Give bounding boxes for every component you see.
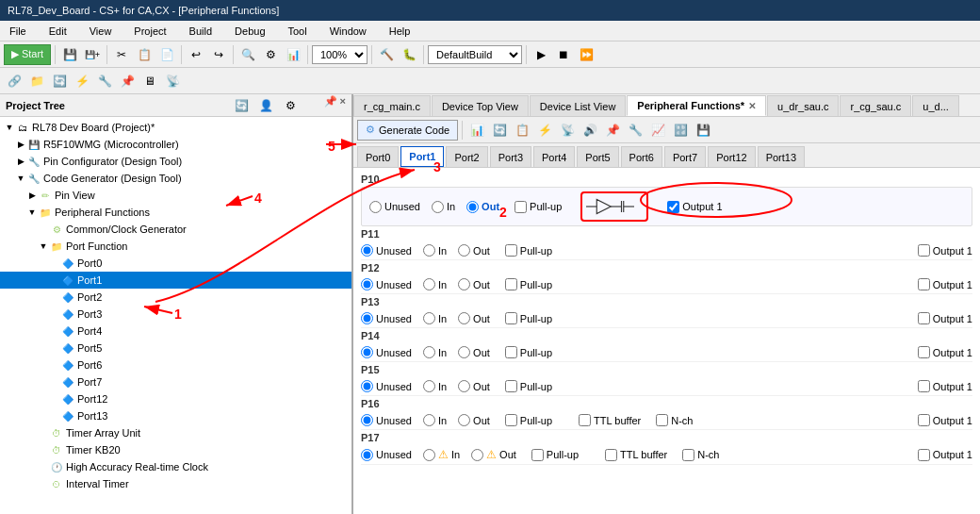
p15-unused-radio[interactable] <box>361 380 373 392</box>
p14-in[interactable]: In <box>423 346 447 358</box>
menu-debug[interactable]: Debug <box>229 24 270 39</box>
expand-code-gen[interactable]: ▼ <box>15 174 26 183</box>
p17-nch-check[interactable] <box>682 449 694 461</box>
tree-item-port6[interactable]: 🔷 Port6 <box>0 356 351 373</box>
p15-pullup-check[interactable] <box>505 380 517 392</box>
p14-unused[interactable]: Unused <box>361 346 412 358</box>
p17-unused[interactable]: Unused <box>361 449 412 461</box>
tree-item-port13[interactable]: 🔷 Port13 <box>0 407 351 424</box>
tab-peripheral[interactable]: Peripheral Functions* ✕ <box>627 95 766 116</box>
gen-btn2[interactable]: 🔄 <box>489 120 510 141</box>
p10-unused-radio[interactable] <box>369 201 382 213</box>
port-tab-3[interactable]: Port3 <box>490 146 531 167</box>
p16-output1-check[interactable] <box>918 414 930 426</box>
p11-unused-radio[interactable] <box>361 244 373 257</box>
p10-in[interactable]: In <box>432 201 455 213</box>
p16-output1[interactable]: Output 1 <box>918 414 972 426</box>
p14-pullup-check[interactable] <box>505 346 517 358</box>
tree-item-clk[interactable]: ⚙ Common/Clock Generator <box>0 221 351 238</box>
p14-out[interactable]: Out <box>458 346 490 358</box>
port-tab-0[interactable]: Port0 <box>357 146 399 167</box>
p12-output1[interactable]: Output 1 <box>918 278 972 290</box>
p17-pullup[interactable]: Pull-up <box>531 449 579 461</box>
p10-unused[interactable]: Unused <box>369 201 420 213</box>
p10-output1-check[interactable] <box>667 201 679 213</box>
p17-nch[interactable]: N-ch <box>682 449 719 461</box>
p16-ttl[interactable]: TTL buffer <box>579 414 641 426</box>
p12-unused[interactable]: Unused <box>361 278 412 290</box>
stop-btn[interactable]: ⏹ <box>553 44 574 65</box>
p12-in-radio[interactable] <box>423 278 435 290</box>
tree-person-btn[interactable]: 👤 <box>256 95 277 116</box>
menu-tool[interactable]: Tool <box>283 24 313 39</box>
p13-out-radio[interactable] <box>458 312 470 324</box>
tb2-btn3[interactable]: 🔄 <box>49 71 70 91</box>
port-tab-5[interactable]: Port5 <box>577 146 618 167</box>
p14-output1[interactable]: Output 1 <box>918 346 972 358</box>
tree-sync-btn[interactable]: 🔄 <box>232 95 253 116</box>
p10-output1[interactable]: Output 1 <box>667 201 722 213</box>
tree-item-rtc[interactable]: 🕐 High Accuracy Real-time Clock <box>0 458 351 475</box>
build-config-combo[interactable]: DefaultBuild <box>428 45 522 64</box>
tb2-btn1[interactable]: 🔗 <box>4 71 24 91</box>
gen-btn8[interactable]: 🔧 <box>625 120 645 141</box>
gen-btn6[interactable]: 🔊 <box>580 120 600 141</box>
misc-btn2[interactable]: 📊 <box>283 44 303 65</box>
p10-out-radio[interactable] <box>466 201 479 213</box>
port-tab-13[interactable]: Port13 <box>758 146 805 167</box>
p16-in-radio[interactable] <box>423 414 435 426</box>
gen-btn4[interactable]: ⚡ <box>534 120 555 141</box>
tb2-btn6[interactable]: 📌 <box>117 71 138 91</box>
save-all-btn[interactable]: 💾+ <box>82 44 103 65</box>
p16-ttl-check[interactable] <box>579 414 591 426</box>
expand-r5f[interactable]: ▶ <box>15 140 26 149</box>
tree-item-port4[interactable]: 🔷 Port4 <box>0 323 351 340</box>
tree-item-port12[interactable]: 🔷 Port12 <box>0 390 351 407</box>
tab-device-list[interactable]: Device List View <box>530 95 627 116</box>
tree-item-port5[interactable]: 🔷 Port5 <box>0 340 351 356</box>
tree-item-port-fn[interactable]: ▼ 📁 Port Function <box>0 238 351 255</box>
misc-btn1[interactable]: ⚙ <box>260 44 281 65</box>
tree-item-r5f[interactable]: ▶ 💾 R5F10WMG (Microcontroller) <box>0 136 351 153</box>
port-tab-1[interactable]: Port1 <box>400 146 444 167</box>
find-btn[interactable]: 🔍 <box>237 44 258 65</box>
p17-in[interactable]: ⚠ In <box>423 448 460 461</box>
p17-out[interactable]: ⚠ Out <box>471 448 516 461</box>
p14-output1-check[interactable] <box>918 346 930 358</box>
tab-u-dr-sau[interactable]: u_dr_sau.c <box>767 95 839 116</box>
expand-pin-view[interactable]: ▶ <box>26 191 38 200</box>
build-btn[interactable]: 🔨 <box>376 44 397 65</box>
run-btn[interactable]: ▶ <box>531 44 551 65</box>
p15-output1[interactable]: Output 1 <box>918 380 972 392</box>
tree-item-interval[interactable]: ⏲ Interval Timer <box>0 475 351 492</box>
p17-out-radio[interactable] <box>471 449 483 461</box>
menu-file[interactable]: File <box>4 24 32 39</box>
gen-btn7[interactable]: 📌 <box>602 120 623 141</box>
p16-nch-check[interactable] <box>656 414 668 426</box>
tb2-btn4[interactable]: ⚡ <box>72 71 92 91</box>
p11-pullup[interactable]: Pull-up <box>505 244 552 257</box>
p13-pullup-check[interactable] <box>505 312 517 324</box>
expand-pin-cfg[interactable]: ▶ <box>15 157 26 166</box>
p15-out[interactable]: Out <box>458 380 490 392</box>
p15-unused[interactable]: Unused <box>361 380 412 392</box>
p17-in-radio[interactable] <box>423 449 435 461</box>
p13-unused[interactable]: Unused <box>361 312 412 324</box>
start-button[interactable]: ▶ Start <box>4 44 51 65</box>
tree-item-pin-view[interactable]: ▶ ✏ Pin View <box>0 187 351 204</box>
tree-item-pin-cfg[interactable]: ▶ 🔧 Pin Configurator (Design Tool) <box>0 153 351 170</box>
p12-pullup[interactable]: Pull-up <box>505 278 552 290</box>
p15-pullup[interactable]: Pull-up <box>505 380 552 392</box>
generate-code-button[interactable]: ⚙ Generate Code <box>357 120 458 141</box>
tab-r-cg-main[interactable]: r_cg_main.c <box>353 95 431 116</box>
p11-output1[interactable]: Output 1 <box>918 244 972 257</box>
expand-root[interactable]: ▼ <box>4 123 15 132</box>
p13-in[interactable]: In <box>423 312 447 324</box>
p17-ttl-check[interactable] <box>605 449 617 461</box>
p15-in-radio[interactable] <box>423 380 435 392</box>
p12-out-radio[interactable] <box>458 278 470 290</box>
p15-out-radio[interactable] <box>458 380 470 392</box>
port-tab-7[interactable]: Port7 <box>664 146 706 167</box>
p10-in-radio[interactable] <box>432 201 444 213</box>
tab-close-peripheral[interactable]: ✕ <box>748 101 756 111</box>
